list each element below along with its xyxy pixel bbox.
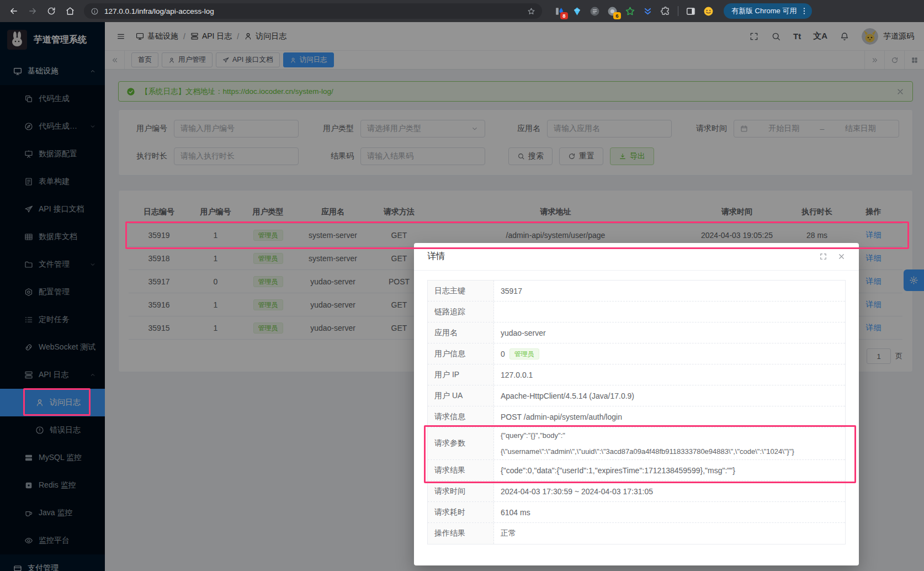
browser-toolbar: 127.0.0.1/infra/log/api-access-log 8 6 <box>0 0 924 22</box>
bookmark-star-icon[interactable] <box>527 7 535 15</box>
detail-value: 6104 ms <box>501 508 530 517</box>
detail-value: Apache-HttpClient/4.5.14 (Java/17.0.9) <box>501 392 634 400</box>
detail-value: {"code":0,"data":{"userId":1,"expiresTim… <box>501 466 735 475</box>
extension-icons: 8 6 <box>554 6 714 17</box>
extension-downloads-icon[interactable]: 8 <box>554 6 565 17</box>
modal-title: 详情 <box>427 251 445 262</box>
browser-forward-button[interactable] <box>24 3 41 19</box>
detail-value: 35917 <box>501 287 522 295</box>
detail-row: 用户 UAApache-HttpClient/4.5.14 (Java/17.0… <box>428 385 845 406</box>
url-text: 127.0.0.1/infra/log/api-access-log <box>104 7 214 15</box>
detail-row: 请求时间2024-04-03 17:30:59 ~ 2024-04-03 17:… <box>428 481 845 502</box>
detail-row: 日志主键35917 <box>428 281 845 302</box>
extension-gray-icon[interactable] <box>590 6 600 17</box>
detail-descriptions: 日志主键35917链路追踪应用名yudao-server用户信息0管理员用户 I… <box>427 280 846 544</box>
detail-label: 请求参数 <box>428 427 494 459</box>
modal-fullscreen-icon[interactable] <box>819 252 827 261</box>
detail-label: 请求信息 <box>428 406 494 427</box>
chrome-update-chip[interactable]: 有新版 Chrome 可用 <box>724 3 812 19</box>
site-info-icon[interactable] <box>91 7 99 15</box>
detail-label: 用户 IP <box>428 364 494 385</box>
kebab-menu-icon[interactable] <box>800 7 809 15</box>
extension-counter-icon[interactable]: 6 <box>607 6 618 17</box>
detail-row: 请求信息POST /admin-api/system/auth/login <box>428 406 845 427</box>
browser-reload-button[interactable] <box>43 3 60 19</box>
extension-badge: 8 <box>560 12 568 19</box>
detail-label: 链路追踪 <box>428 302 494 322</box>
emoji-avatar-icon[interactable] <box>703 6 714 17</box>
detail-row: 用户 IP127.0.0.1 <box>428 364 845 385</box>
modal-close-icon[interactable] <box>837 252 846 261</box>
detail-row: 操作结果正常 <box>428 523 845 544</box>
home-icon <box>65 6 75 16</box>
detail-row: 链路追踪 <box>428 302 845 322</box>
detail-label: 用户 UA <box>428 385 494 406</box>
detail-row: 用户信息0管理员 <box>428 343 845 364</box>
detail-value: 0 <box>501 350 505 358</box>
user-type-tag: 管理员 <box>509 348 539 359</box>
extension-chevrons-icon[interactable] <box>642 6 653 17</box>
extension-badge: 6 <box>613 12 621 19</box>
modal-header: 详情 <box>414 243 859 271</box>
detail-modal: 详情 日志主键35917链路追踪应用名yudao-server用户信息0管理员用… <box>414 243 859 565</box>
detail-value: 2024-04-03 17:30:59 ~ 2024-04-03 17:31:0… <box>501 487 653 496</box>
side-panel-icon[interactable] <box>686 6 696 17</box>
browser-home-button[interactable] <box>62 3 78 19</box>
extension-gem-icon[interactable] <box>572 6 582 17</box>
detail-value: 正常 <box>501 528 516 538</box>
detail-label: 请求耗时 <box>428 502 494 522</box>
extensions-puzzle-icon[interactable] <box>660 6 671 17</box>
detail-row: 应用名yudao-server <box>428 322 845 343</box>
detail-row: 请求结果{"code":0,"data":{"userId":1,"expire… <box>428 460 845 481</box>
detail-label: 日志主键 <box>428 281 494 301</box>
detail-value: 127.0.0.1 <box>501 371 533 379</box>
detail-label: 用户信息 <box>428 343 494 364</box>
reload-icon <box>46 6 56 16</box>
toolbar-divider <box>678 6 678 16</box>
detail-value: yudao-server <box>501 329 546 337</box>
detail-label: 请求时间 <box>428 481 494 501</box>
arrow-left-icon <box>9 6 19 16</box>
detail-row: 请求耗时6104 ms <box>428 502 845 523</box>
detail-row: 请求参数{"query":"{}","body":"{\"username\":… <box>428 427 845 460</box>
extension-star-icon[interactable] <box>625 6 635 17</box>
detail-label: 请求结果 <box>428 460 494 480</box>
detail-value: POST /admin-api/system/auth/login <box>501 413 622 421</box>
arrow-right-icon <box>28 6 38 16</box>
detail-value: {"query":"{}","body":"{\"username\":\"ad… <box>494 427 845 459</box>
browser-back-button[interactable] <box>6 3 22 19</box>
detail-label: 操作结果 <box>428 523 494 544</box>
detail-label: 应用名 <box>428 322 494 343</box>
screen: 127.0.0.1/infra/log/api-access-log 8 6 <box>0 0 924 571</box>
address-bar[interactable]: 127.0.0.1/infra/log/api-access-log <box>84 3 542 19</box>
chrome-update-text: 有新版 Chrome 可用 <box>731 6 796 16</box>
